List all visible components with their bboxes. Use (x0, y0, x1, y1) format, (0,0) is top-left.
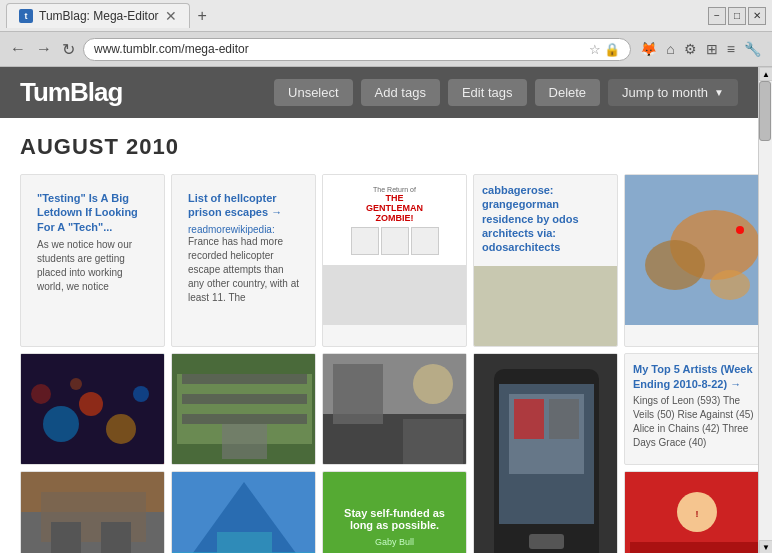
main-content: AUGUST 2010 "Testing" Is A Big Letdown I… (0, 118, 758, 553)
url-bar[interactable]: www.tumblr.com/mega-editor ☆ 🔒 (83, 38, 631, 61)
quote-card: Stay self-funded as long as possible. Ga… (323, 472, 466, 553)
post-body: France has had more recorded helicopter … (188, 235, 299, 305)
svg-text:!: ! (696, 509, 699, 519)
maximize-button[interactable]: □ (728, 7, 746, 25)
header-buttons: Unselect Add tags Edit tags Delete Jump … (274, 79, 738, 106)
app-header: TumBlag Unselect Add tags Edit tags Dele… (0, 67, 758, 118)
list-item[interactable]: cabbagerose: grangegorman residence by o… (473, 174, 618, 347)
svg-point-21 (413, 364, 453, 404)
svg-point-11 (70, 378, 82, 390)
list-item[interactable] (473, 353, 618, 553)
list-item[interactable]: DON'T MISS THE BIG MOVE TO THURSDAY! ! (624, 471, 758, 553)
svg-rect-14 (182, 374, 307, 384)
zombie-content: The Return of THEGENTLEMANZOMBIE! (351, 186, 439, 255)
room-image (172, 354, 315, 464)
scrollbar-thumb[interactable] (759, 81, 771, 141)
minimize-button[interactable]: − (708, 7, 726, 25)
settings-icon[interactable]: ⚙ (681, 39, 700, 59)
interior-image (323, 354, 466, 464)
delete-button[interactable]: Delete (535, 79, 601, 106)
tab-label: TumBlag: Mega-Editor (39, 9, 159, 23)
list-item[interactable]: "Testing" Is A Big Letdown If Looking Fo… (20, 174, 165, 347)
browser-chrome: t TumBlag: Mega-Editor ✕ + − □ ✕ ← → ↻ w… (0, 0, 772, 67)
list-item[interactable]: My Top 5 Artists (Week Ending 2010-8-22)… (624, 353, 758, 465)
window-controls: − □ ✕ (708, 7, 766, 25)
refresh-button[interactable]: ↻ (60, 38, 77, 61)
svg-rect-29 (529, 534, 564, 549)
add-tags-button[interactable]: Add tags (361, 79, 440, 106)
scrollbar[interactable]: ▲ ▼ (758, 67, 772, 553)
artists-card: My Top 5 Artists (Week Ending 2010-8-22)… (625, 354, 758, 458)
list-item[interactable] (20, 353, 165, 465)
edit-tags-button[interactable]: Edit tags (448, 79, 527, 106)
url-icons: ☆ 🔒 (589, 42, 620, 57)
warehouse-image (21, 472, 164, 553)
toolbar-icons: 🦊 ⌂ ⚙ ⊞ ≡ 🔧 (637, 39, 764, 59)
active-tab[interactable]: t TumBlag: Mega-Editor ✕ (6, 3, 190, 28)
post-link: readmorewikipedia: (188, 224, 299, 235)
zombie-image: The Return of THEGENTLEMANZOMBIE! (323, 175, 466, 265)
close-button[interactable]: ✕ (748, 7, 766, 25)
unselect-button[interactable]: Unselect (274, 79, 353, 106)
tab-favicon: t (19, 9, 33, 23)
map-image (625, 175, 758, 325)
svg-point-6 (43, 406, 79, 442)
quote-text: Stay self-funded as long as possible. (331, 507, 458, 531)
content-area: TumBlag Unselect Add tags Edit tags Dele… (0, 67, 772, 553)
home-icon[interactable]: ⌂ (663, 39, 677, 59)
svg-rect-20 (333, 364, 383, 424)
svg-point-7 (79, 392, 103, 416)
post-title: cabbagerose: grangegorman residence by o… (482, 183, 609, 254)
zombie-title: THEGENTLEMANZOMBIE! (351, 193, 439, 223)
svg-point-3 (710, 270, 750, 300)
scrollbar-track[interactable] (759, 81, 772, 540)
svg-rect-39 (217, 532, 272, 553)
jump-to-month-button[interactable]: Jump to month ▼ (608, 79, 738, 106)
phone-image (474, 354, 617, 553)
list-item[interactable] (322, 353, 467, 465)
new-tab-button[interactable]: + (194, 7, 211, 25)
post-body: As we notice how our students are gettin… (37, 238, 148, 294)
list-item[interactable] (20, 471, 165, 553)
title-bar: t TumBlag: Mega-Editor ✕ + − □ ✕ (0, 0, 772, 32)
firefox-icon[interactable]: 🦊 (637, 39, 660, 59)
list-item[interactable] (171, 353, 316, 465)
list-item[interactable] (624, 174, 758, 347)
artists-title: My Top 5 Artists (Week Ending 2010-8-22)… (633, 362, 758, 391)
scroll-up-button[interactable]: ▲ (759, 67, 772, 81)
svg-point-9 (31, 384, 51, 404)
tools-icon[interactable]: 🔧 (741, 39, 764, 59)
svg-point-8 (106, 414, 136, 444)
bokeh-image (21, 354, 164, 464)
app-body: TumBlag Unselect Add tags Edit tags Dele… (0, 67, 758, 553)
menu-icon[interactable]: ≡ (724, 39, 738, 59)
svg-rect-35 (101, 522, 131, 553)
svg-rect-15 (182, 394, 307, 404)
address-bar: ← → ↻ www.tumblr.com/mega-editor ☆ 🔒 🦊 ⌂… (0, 32, 772, 66)
app-logo: TumBlag (20, 77, 122, 108)
scroll-down-button[interactable]: ▼ (759, 540, 772, 553)
svg-rect-16 (182, 414, 307, 424)
month-title: AUGUST 2010 (20, 134, 738, 160)
svg-point-4 (736, 226, 744, 234)
svg-rect-22 (403, 419, 463, 464)
list-item[interactable]: Stay self-funded as long as possible. Ga… (322, 471, 467, 553)
list-item[interactable] (171, 471, 316, 553)
svg-point-10 (133, 386, 149, 402)
svg-rect-17 (222, 424, 267, 459)
post-title: "Testing" Is A Big Letdown If Looking Fo… (37, 191, 148, 234)
promo-image: DON'T MISS THE BIG MOVE TO THURSDAY! ! (625, 472, 758, 553)
star-icon[interactable]: ☆ (589, 42, 601, 57)
post-title: List of hellcopter prison escapes → (188, 191, 299, 220)
url-text: www.tumblr.com/mega-editor (94, 42, 585, 56)
forward-button[interactable]: → (34, 38, 54, 60)
svg-rect-41 (630, 542, 758, 553)
list-item[interactable]: The Return of THEGENTLEMANZOMBIE! (322, 174, 467, 347)
tab-close-button[interactable]: ✕ (165, 8, 177, 24)
back-button[interactable]: ← (8, 38, 28, 60)
extensions-icon[interactable]: ⊞ (703, 39, 721, 59)
quote-attribution: Gaby Bull (375, 537, 414, 547)
svg-rect-28 (549, 399, 579, 439)
list-item[interactable]: List of hellcopter prison escapes → read… (171, 174, 316, 347)
dropdown-arrow-icon: ▼ (714, 87, 724, 98)
